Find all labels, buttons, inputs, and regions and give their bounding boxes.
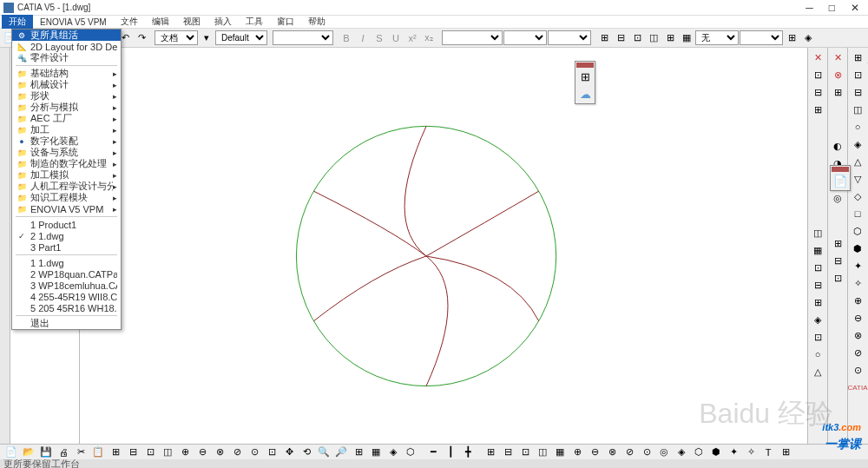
tool-icon[interactable]: ▦ xyxy=(810,242,825,258)
menu-cat-enovia[interactable]: 📁ENOVIA V5 VPM▸ xyxy=(12,203,121,214)
tool-icon[interactable]: ⊗ xyxy=(604,445,620,460)
tool-icon[interactable]: ⊖ xyxy=(194,445,210,460)
unit-combo[interactable] xyxy=(740,30,783,45)
tool-icon[interactable]: ▦ xyxy=(552,445,568,460)
tool-icon[interactable]: ⊟ xyxy=(500,445,516,460)
dim6-icon[interactable]: ▦ xyxy=(679,30,694,46)
normal-view-icon[interactable]: ⊞ xyxy=(351,445,366,460)
zoom-out-icon[interactable]: 🔎 xyxy=(333,445,349,460)
tool-icon[interactable]: ⊞ xyxy=(830,235,845,251)
close-panel-icon[interactable]: ✕ xyxy=(810,49,825,65)
grid-icon[interactable]: ⊞ xyxy=(784,30,799,46)
tool-icon[interactable]: ◈ xyxy=(810,312,825,327)
menu-window-dwg[interactable]: ✓2 1.dwg xyxy=(12,230,121,241)
tool-icon[interactable]: ⊞ xyxy=(483,445,498,460)
tool-icon[interactable]: ⊞ xyxy=(108,445,123,460)
menu-item-highlighted[interactable]: ⚙ 更所具组活 xyxy=(12,30,121,41)
dim4-icon[interactable]: ◫ xyxy=(646,30,661,46)
tool-icon[interactable]: ⊘ xyxy=(850,345,865,360)
style-combo[interactable]: Default xyxy=(215,30,267,45)
view-icon[interactable]: ⊞ xyxy=(576,68,594,85)
float-toolbar-2[interactable]: 📄 xyxy=(830,165,851,191)
tool-icon[interactable]: ⊡ xyxy=(850,67,865,82)
tool-icon[interactable]: ⊖ xyxy=(850,310,865,326)
tool-icon[interactable]: ⊟ xyxy=(810,84,825,100)
copy-icon[interactable]: 📋 xyxy=(90,445,106,460)
menu-cat-knowledgeware[interactable]: 📁知识工程模块▸ xyxy=(12,192,121,203)
tool-icon[interactable]: ◫ xyxy=(160,445,175,460)
tool-icon[interactable]: △ xyxy=(810,364,825,379)
tool-icon[interactable]: ✦ xyxy=(850,258,865,274)
tool-icon[interactable]: ⊖ xyxy=(587,445,602,460)
bold-icon[interactable]: B xyxy=(339,30,354,46)
tool-icon[interactable]: ◫ xyxy=(850,102,865,117)
tool-icon[interactable]: ┃ xyxy=(443,445,458,460)
tool-icon[interactable]: ○ xyxy=(850,119,865,135)
tool-icon[interactable]: ⊞ xyxy=(850,49,865,65)
tool-icon[interactable]: ✧ xyxy=(850,275,865,291)
menu-window-part1[interactable]: 3 Part1 xyxy=(12,241,121,253)
tool-icon[interactable]: ⊡ xyxy=(810,329,825,345)
tool-icon[interactable]: ⊡ xyxy=(830,270,845,286)
menu-recent-4[interactable]: 4 255-45R19 WII8.CATPart xyxy=(12,291,121,302)
menu-enovia[interactable]: ENOVIA V5 VPM xyxy=(33,16,114,28)
tool-icon[interactable]: ◈ xyxy=(385,445,401,460)
menu-view[interactable]: 视图 xyxy=(176,15,207,29)
drawing-canvas[interactable]: ⊞ ☁ 📄 xyxy=(80,48,807,444)
menu-exit[interactable]: 退出 xyxy=(12,318,121,329)
menu-help[interactable]: 帮助 xyxy=(301,15,332,29)
minimize-button[interactable]: ─ xyxy=(806,2,813,14)
close-button[interactable]: ✕ xyxy=(851,2,859,14)
color-combo[interactable] xyxy=(548,30,591,45)
zoom-in-icon[interactable]: 🔍 xyxy=(316,445,332,460)
cloud-icon[interactable]: ☁ xyxy=(576,85,594,102)
tool-icon[interactable]: ⊡ xyxy=(810,67,825,82)
tool-icon[interactable]: ⊙ xyxy=(639,445,654,460)
rotate-icon[interactable]: ⟲ xyxy=(299,445,314,460)
tool-icon[interactable]: ⊕ xyxy=(177,445,193,460)
super-icon[interactable]: x² xyxy=(404,30,420,46)
tool-icon[interactable]: ⊞ xyxy=(830,84,845,100)
layer-combo[interactable]: 文档 xyxy=(155,30,198,45)
tool-icon[interactable]: ⊟ xyxy=(810,277,825,293)
tool-icon[interactable]: ⊞ xyxy=(810,102,825,117)
tool-icon[interactable]: ⊗ xyxy=(830,67,845,82)
dim5-icon[interactable]: ⊞ xyxy=(662,30,678,46)
strike-icon[interactable]: S xyxy=(372,30,387,46)
tool-icon[interactable]: ◐ xyxy=(830,138,845,154)
maximize-button[interactable]: □ xyxy=(829,2,835,14)
menu-tools[interactable]: 工具 xyxy=(239,15,270,29)
tool-icon[interactable]: ⊙ xyxy=(247,445,262,460)
tool-icon[interactable]: ╋ xyxy=(460,445,476,460)
tool-icon[interactable]: ⬢ xyxy=(708,445,724,460)
close-panel-icon[interactable]: ✕ xyxy=(830,49,845,65)
tool-icon[interactable]: ⊞ xyxy=(778,445,793,460)
lineweight-combo[interactable] xyxy=(503,30,547,45)
menu-start[interactable]: 开始 xyxy=(2,15,33,29)
catia-logo-icon[interactable]: CATIA xyxy=(850,379,865,395)
tool-icon[interactable]: ◫ xyxy=(535,445,550,460)
tool-icon[interactable]: ⬢ xyxy=(850,241,865,256)
menu-file[interactable]: 文件 xyxy=(114,15,145,29)
tool-icon[interactable]: ⬡ xyxy=(850,223,865,239)
float-toolbar-1[interactable]: ⊞ ☁ xyxy=(575,61,595,104)
text-icon[interactable]: T xyxy=(760,445,776,460)
snap-combo[interactable]: 无 xyxy=(695,30,739,45)
menu-recent-1[interactable]: 1 1.dwg xyxy=(12,257,121,268)
pan-icon[interactable]: ✥ xyxy=(281,445,297,460)
menu-window-product1[interactable]: 1 Product1 xyxy=(12,219,121,230)
underline-icon[interactable]: U xyxy=(388,30,404,46)
tool-icon[interactable]: ⊞ xyxy=(810,294,825,310)
sub-icon[interactable]: x₂ xyxy=(421,30,437,46)
tool-icon[interactable]: ◈ xyxy=(850,136,865,152)
tool-icon[interactable]: ◫ xyxy=(810,225,825,241)
tool-icon[interactable]: ⊕ xyxy=(569,445,585,460)
menu-recent-3[interactable]: 3 WP18cemluhua.CATPart xyxy=(12,280,121,291)
menu-edit[interactable]: 编辑 xyxy=(145,15,176,29)
sheet-icon[interactable]: 📄 xyxy=(832,172,849,189)
tool-icon[interactable]: ⊟ xyxy=(850,84,865,100)
tool-icon[interactable]: ⊘ xyxy=(229,445,245,460)
tool-icon[interactable]: ⊟ xyxy=(830,253,845,268)
tool-icon[interactable]: ◇ xyxy=(850,188,865,204)
tool-icon[interactable]: △ xyxy=(850,154,865,169)
